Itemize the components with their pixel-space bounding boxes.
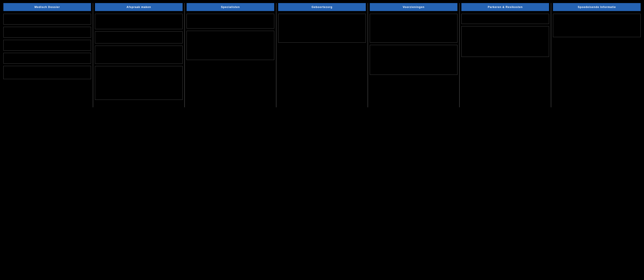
column: Parkeren & Resikosten bbox=[460, 3, 551, 107]
column: Spoedeisende Informatie bbox=[551, 3, 642, 107]
card[interactable] bbox=[4, 14, 91, 24]
column: Specialisten bbox=[185, 3, 276, 107]
column-header[interactable]: Specialisten bbox=[186, 3, 274, 11]
card[interactable] bbox=[4, 40, 91, 50]
card[interactable] bbox=[553, 14, 640, 37]
column-header[interactable]: Geboortezorg bbox=[278, 3, 366, 11]
card-list bbox=[462, 14, 549, 57]
column-header[interactable]: Parkeren & Resikosten bbox=[462, 3, 549, 11]
card-list bbox=[370, 14, 458, 75]
card[interactable] bbox=[278, 14, 366, 43]
column: Afspraak maken bbox=[93, 3, 185, 107]
card-list bbox=[95, 14, 182, 100]
card[interactable] bbox=[462, 26, 549, 57]
card[interactable] bbox=[95, 46, 182, 64]
board: Medisch DossierAfspraak makenSpecialiste… bbox=[2, 3, 642, 107]
card-list bbox=[553, 14, 640, 37]
card-list bbox=[186, 14, 274, 60]
card[interactable] bbox=[186, 31, 274, 60]
card[interactable] bbox=[4, 27, 91, 37]
card[interactable] bbox=[95, 14, 182, 29]
column: Medisch Dossier bbox=[2, 3, 93, 107]
card[interactable] bbox=[4, 53, 91, 64]
card[interactable] bbox=[370, 14, 458, 43]
column-header[interactable]: Voorzieningen bbox=[370, 3, 458, 11]
column-header[interactable]: Medisch Dossier bbox=[4, 3, 91, 11]
column-header[interactable]: Afspraak maken bbox=[95, 3, 182, 11]
card-list bbox=[4, 14, 91, 79]
card[interactable] bbox=[95, 31, 182, 43]
column-header[interactable]: Spoedeisende Informatie bbox=[553, 3, 640, 11]
card[interactable] bbox=[370, 45, 458, 75]
column: Voorzieningen bbox=[368, 3, 460, 107]
card[interactable] bbox=[95, 66, 182, 100]
column: Geboortezorg bbox=[276, 3, 368, 107]
card[interactable] bbox=[4, 66, 91, 79]
card[interactable] bbox=[462, 14, 549, 24]
card[interactable] bbox=[186, 14, 274, 28]
card-list bbox=[278, 14, 366, 43]
